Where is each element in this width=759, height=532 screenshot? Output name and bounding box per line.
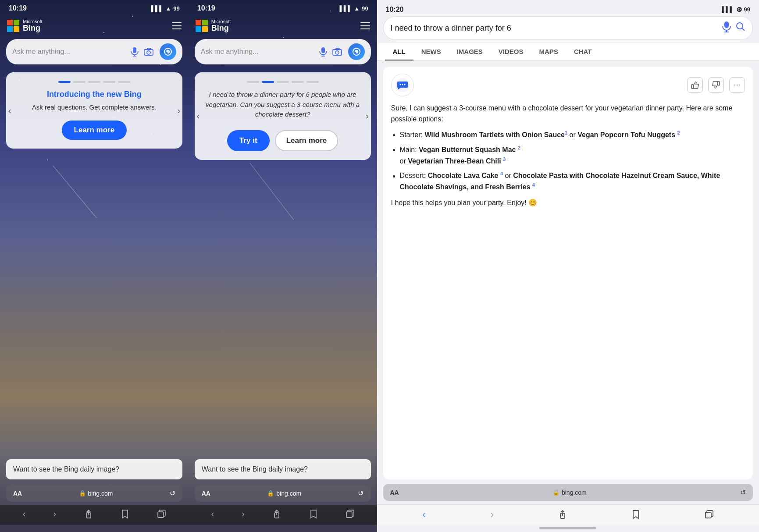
tab-videos[interactable]: VIDEOS xyxy=(491,43,531,60)
browser-nav-2: ‹ › xyxy=(189,505,377,525)
bing-result-card-3: ··· Sure, I can suggest a 3-course menu … xyxy=(383,67,753,480)
dot-2-4 xyxy=(292,81,304,83)
share-btn-3[interactable] xyxy=(558,510,567,519)
reload-btn-3[interactable]: ↺ xyxy=(740,488,746,497)
thumbdown-btn-3[interactable] xyxy=(708,77,724,93)
lock-icon-1: 🔒 xyxy=(79,490,86,497)
card-arrow-right-1[interactable]: › xyxy=(173,104,185,117)
tab-all[interactable]: ALL xyxy=(385,43,413,60)
reload-btn-2[interactable]: ↺ xyxy=(358,489,363,497)
search-btn-3[interactable] xyxy=(736,22,745,34)
search-bar-wrap-2: Ask me anything... xyxy=(189,35,377,68)
bing-logo-text-1: Microsoft Bing xyxy=(23,19,43,32)
signal-icon-2: ▌▌▌ xyxy=(340,5,352,12)
svg-point-18 xyxy=(356,51,357,53)
dot-1 xyxy=(58,81,71,83)
hamburger-menu-2[interactable] xyxy=(360,22,370,29)
svg-rect-10 xyxy=(158,512,164,518)
reload-btn-1[interactable]: ↺ xyxy=(170,489,175,497)
bookmark-btn-2[interactable] xyxy=(309,509,318,519)
forward-btn-3[interactable]: › xyxy=(490,508,494,521)
result-outro: I hope this helps you plan your party. E… xyxy=(391,197,745,209)
phone-3: 10:20 ▌▌▌ ⊛ 99 I need to throw a dinner … xyxy=(377,0,759,532)
dot-3 xyxy=(88,81,100,83)
camera-icon-2[interactable] xyxy=(332,47,342,57)
learn-more-btn-2[interactable]: Learn more xyxy=(275,130,339,151)
bing-search-btn-2[interactable] xyxy=(348,43,365,60)
time-3: 10:20 xyxy=(386,6,404,14)
starter-item1: Wild Mushroom Tartlets with Onion Sauce xyxy=(424,131,565,138)
tab-maps[interactable]: MAPS xyxy=(531,43,566,60)
mic-btn-3[interactable] xyxy=(722,21,731,35)
bing-search-row-3[interactable]: I need to throw a dinner party for 6 xyxy=(383,16,753,40)
share-btn-1[interactable] xyxy=(84,509,93,519)
status-bar-3: 10:20 ▌▌▌ ⊛ 99 xyxy=(377,0,759,16)
thumbup-btn-3[interactable] xyxy=(687,77,703,93)
tab-news[interactable]: NEWS xyxy=(413,43,449,60)
card-italic-2: I need to throw a dinner party for 6 peo… xyxy=(202,90,364,120)
tabs-btn-2[interactable] xyxy=(346,510,354,518)
svg-rect-12 xyxy=(321,47,325,53)
main-sup2: 2 xyxy=(518,145,520,150)
svg-rect-21 xyxy=(346,512,352,518)
daily-image-bar-2[interactable]: Want to see the Bing daily image? xyxy=(195,459,371,479)
font-size-btn-3[interactable]: AA xyxy=(390,489,399,496)
card-arrow-left-1[interactable]: ‹ xyxy=(4,104,16,117)
forward-btn-2[interactable]: › xyxy=(242,509,245,519)
browser-nav-3: ‹ › xyxy=(377,504,759,525)
card-arrow-right-2[interactable]: › xyxy=(361,110,374,122)
browser-bar-2: AA 🔒 bing.com ↺ xyxy=(195,485,371,502)
result-starter: Starter: Wild Mushroom Tartlets with Oni… xyxy=(400,129,745,141)
daily-image-bar-1[interactable]: Want to see the Bing daily image? xyxy=(6,459,182,479)
svg-point-25 xyxy=(737,23,743,29)
svg-line-26 xyxy=(742,28,745,31)
tab-images[interactable]: IMAGES xyxy=(449,43,491,60)
result-main: Main: Vegan Butternut Squash Mac 2 or Ve… xyxy=(400,144,745,167)
browser-nav-1: ‹ › xyxy=(0,505,189,525)
mic-icon-2[interactable] xyxy=(318,47,328,57)
tabs-btn-3[interactable] xyxy=(705,510,713,519)
search-query-3: I need to throw a dinner party for 6 xyxy=(391,24,718,33)
card-buttons-1: Learn more xyxy=(13,121,175,140)
tabs-btn-1[interactable] xyxy=(157,510,166,518)
dot-2 xyxy=(73,81,86,83)
tab-chat[interactable]: CHAT xyxy=(566,43,600,60)
back-btn-3[interactable]: ‹ xyxy=(422,508,426,521)
time-2: 10:19 xyxy=(197,4,215,12)
bing-search-btn-1[interactable] xyxy=(160,43,176,60)
back-btn-2[interactable]: ‹ xyxy=(211,509,214,519)
wifi-icon-2: ▲ xyxy=(354,5,360,12)
battery-2: 99 xyxy=(362,5,368,12)
learn-more-btn-1[interactable]: Learn more xyxy=(62,121,127,140)
font-size-btn-2[interactable]: AA xyxy=(202,490,210,497)
svg-rect-32 xyxy=(718,82,720,85)
font-size-btn-1[interactable]: AA xyxy=(13,490,22,497)
wifi-icon-1: ▲ xyxy=(165,5,171,12)
result-list: Starter: Wild Mushroom Tartlets with Oni… xyxy=(391,129,745,193)
forward-btn-1[interactable]: › xyxy=(53,509,57,519)
share-btn-2[interactable] xyxy=(272,509,281,519)
camera-icon-1[interactable] xyxy=(144,47,153,57)
bing-logo-text-2: Microsoft Bing xyxy=(211,19,231,32)
signal-icon-3: ▌▌▌ xyxy=(722,6,734,13)
more-btn-3[interactable]: ··· xyxy=(729,77,745,93)
bookmark-btn-3[interactable] xyxy=(631,510,640,519)
hamburger-menu-1[interactable] xyxy=(172,22,182,29)
card-arrow-left-2[interactable]: ‹ xyxy=(192,110,204,122)
signal-icon-1: ▌▌▌ xyxy=(151,5,164,12)
tabs-row-3: ALL NEWS IMAGES VIDEOS MAPS CHAT xyxy=(377,43,759,60)
bing-logo-1: Microsoft Bing xyxy=(7,19,43,32)
try-it-btn-2[interactable]: Try it xyxy=(227,130,270,151)
bookmark-btn-1[interactable] xyxy=(121,509,129,519)
back-btn-1[interactable]: ‹ xyxy=(23,509,26,519)
dots-row-2 xyxy=(202,81,364,83)
search-bar-1[interactable]: Ask me anything... xyxy=(6,39,182,64)
mic-icon-1[interactable] xyxy=(130,47,139,57)
svg-rect-35 xyxy=(706,512,711,518)
starter-item2: Vegan Popcorn Tofu Nuggets xyxy=(577,131,675,138)
search-bar-2[interactable]: Ask me anything... xyxy=(195,39,371,64)
bing-logo-circle-3 xyxy=(391,74,414,96)
card-subtitle-1: Ask real questions. Get complete answers… xyxy=(13,103,175,112)
starter-sup2: 2 xyxy=(677,130,680,135)
main-sup3: 3 xyxy=(503,156,506,162)
